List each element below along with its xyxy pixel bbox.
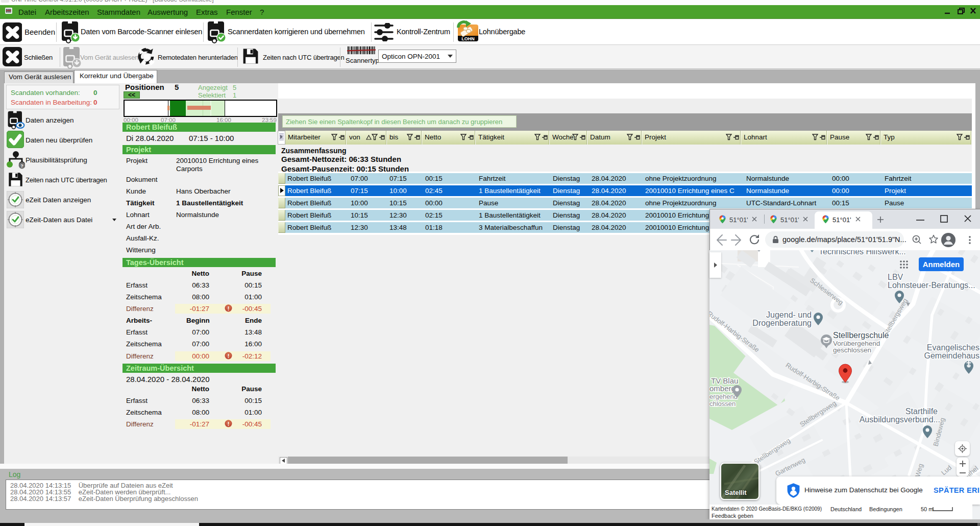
svg-text:LBV: LBV [888, 273, 903, 281]
svg-text:geschlossen: geschlossen [833, 346, 871, 354]
svg-text:Stellbergschule: Stellbergschule [833, 331, 889, 340]
svg-text:Technisches Hilfswerk...: Technisches Hilfswerk... [819, 250, 906, 256]
svg-text:!: ! [228, 421, 230, 427]
svg-text:?: ? [20, 163, 23, 169]
svg-text:!: ! [228, 305, 230, 312]
svg-text:!: ! [228, 353, 230, 359]
svg-text:Ausbildungsverbund...: Ausbildungsverbund... [860, 415, 940, 424]
svg-text:LOHN: LOHN [461, 36, 475, 41]
svg-text:ergehend: ergehend [709, 393, 738, 400]
svg-text:Lohnsteuer-Beratungs...: Lohnsteuer-Beratungs... [888, 281, 975, 290]
svg-text:Starthilfe: Starthilfe [905, 407, 938, 416]
svg-text:Evangelisches: Evangelisches [927, 343, 979, 352]
svg-text:chlossen: chlossen [709, 400, 736, 408]
svg-text:Jugend- und: Jugend- und [766, 310, 812, 319]
svg-text:Drogenberatung: Drogenberatung [752, 319, 812, 327]
svg-text:Gemeindehaus: Gemeindehaus [924, 351, 979, 360]
svg-text:omberg: omberg [709, 384, 736, 393]
